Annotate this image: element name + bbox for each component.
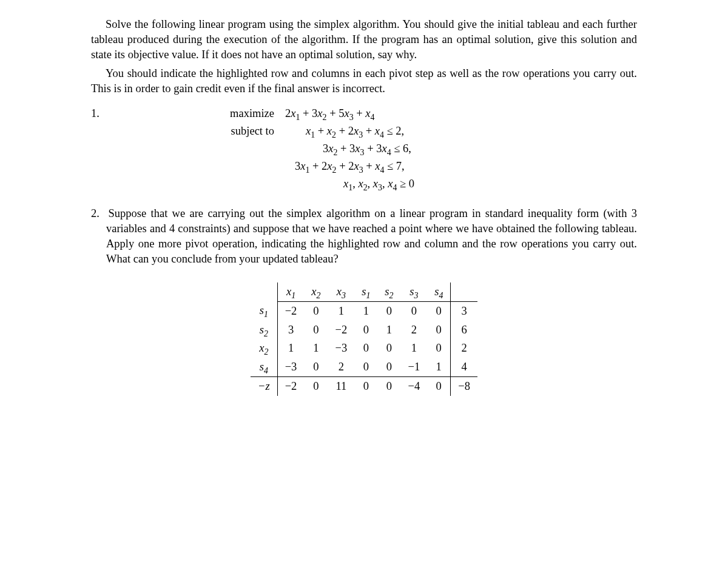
cell: 11 — [328, 377, 355, 396]
cell: 0 — [304, 321, 328, 339]
tableau-header-row: x1 x2 x3 s1 s2 s3 s4 — [251, 282, 477, 301]
cell: −2 — [277, 301, 304, 320]
cell: 0 — [377, 301, 400, 320]
col-x1: x1 — [277, 282, 304, 301]
cell: −1 — [400, 358, 427, 376]
intro-paragraph-1: Solve the following linear program using… — [91, 17, 637, 62]
cell: −4 — [400, 377, 427, 396]
cell: 0 — [304, 377, 328, 396]
cell: −3 — [328, 339, 355, 358]
intro-paragraph-2: You should indicate the highlighted row … — [91, 66, 637, 96]
col-s2: s2 — [377, 282, 400, 301]
question-2: 2. Suppose that we are carrying out the … — [106, 206, 637, 267]
row-label-x2: x2 — [251, 339, 277, 358]
cell-rhs: 6 — [451, 321, 477, 339]
question-1-number: 1. — [91, 106, 115, 192]
cell: 1 — [328, 301, 355, 320]
row-label-s4: s4 — [251, 358, 277, 376]
col-s3: s3 — [400, 282, 427, 301]
cell: −2 — [277, 377, 304, 396]
tableau-objective-row: −z −2 0 11 0 0 −4 0 −8 — [251, 377, 477, 396]
cell-rhs: −8 — [451, 377, 477, 396]
cell: 0 — [304, 358, 328, 376]
col-s4: s4 — [427, 282, 451, 301]
cell: 1 — [277, 339, 304, 358]
cell: 0 — [427, 377, 451, 396]
cell: 3 — [277, 321, 304, 339]
cell: 0 — [427, 321, 451, 339]
subject-to-label: subject to — [212, 124, 285, 139]
tableau-row: s4 −3 0 2 0 0 −1 1 4 — [251, 358, 477, 376]
cell: −2 — [328, 321, 355, 339]
col-x2: x2 — [304, 282, 328, 301]
question-1: 1. maximize 2x1 + 3x2 + 5x3 + x4 subject… — [91, 106, 637, 192]
row-label-z: −z — [251, 377, 277, 396]
cell: 0 — [304, 301, 328, 320]
cell: 0 — [427, 301, 451, 320]
cell: 0 — [354, 339, 377, 358]
cell-rhs: 2 — [451, 339, 477, 358]
cell: 2 — [400, 321, 427, 339]
cell: 1 — [377, 321, 400, 339]
constraint-1: x1 + x2 + 2x3 + x4 ≤ 2, — [285, 124, 637, 139]
cell: 1 — [354, 301, 377, 320]
row-label-s1: s1 — [251, 301, 277, 320]
objective-function: 2x1 + 3x2 + 5x3 + x4 — [285, 106, 637, 121]
tableau-row: x2 1 1 −3 0 0 1 0 2 — [251, 339, 477, 358]
cell: 0 — [377, 358, 400, 376]
cell: −3 — [277, 358, 304, 376]
cell: 0 — [377, 339, 400, 358]
constraint-2: 3x2 + 3x3 + 3x4 ≤ 6, — [285, 141, 637, 156]
col-x3: x3 — [328, 282, 355, 301]
cell: 0 — [400, 301, 427, 320]
cell: 2 — [328, 358, 355, 376]
constraint-3: 3x1 + 2x2 + 2x3 + x4 ≤ 7, — [285, 159, 637, 174]
tableau-row: s1 −2 0 1 1 0 0 0 3 — [251, 301, 477, 320]
nonnegativity: x1, x2, x3, x4 ≥ 0 — [285, 176, 637, 192]
cell: 0 — [427, 339, 451, 358]
question-2-number: 2. — [91, 207, 99, 219]
cell: 1 — [427, 358, 451, 376]
question-2-text: Suppose that we are carrying out the sim… — [106, 207, 637, 265]
cell: 1 — [304, 339, 328, 358]
row-label-s2: s2 — [251, 321, 277, 339]
cell: 0 — [354, 358, 377, 376]
cell: 0 — [354, 321, 377, 339]
col-s1: s1 — [354, 282, 377, 301]
cell-rhs: 3 — [451, 301, 477, 320]
tableau-row: s2 3 0 −2 0 1 2 0 6 — [251, 321, 477, 339]
cell: 0 — [354, 377, 377, 396]
linear-program: maximize 2x1 + 3x2 + 5x3 + x4 subject to… — [212, 106, 637, 192]
cell-rhs: 4 — [451, 358, 477, 376]
maximize-label: maximize — [212, 106, 285, 121]
cell: 1 — [400, 339, 427, 358]
cell: 0 — [377, 377, 400, 396]
simplex-tableau: x1 x2 x3 s1 s2 s3 s4 s1 −2 0 1 1 0 0 0 3… — [251, 282, 477, 396]
